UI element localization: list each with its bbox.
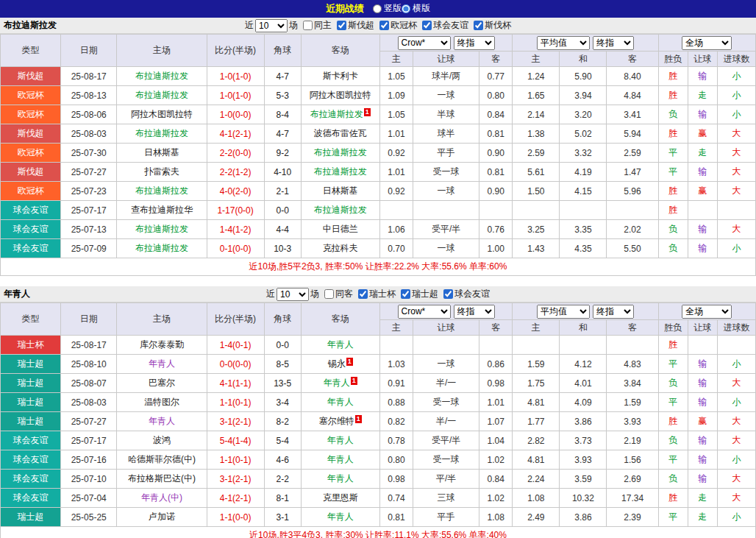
odds-value-5: 1.59 <box>607 393 658 412</box>
corner-score: 2-1 <box>264 182 301 201</box>
asian-odds-mode-select[interactable]: 终指 <box>454 36 495 50</box>
corner-score: 2-2 <box>264 470 301 489</box>
result-outcome: 负 <box>658 105 688 124</box>
filter-checkbox-0[interactable]: 同主 <box>303 19 332 32</box>
red-card-badge: 1 <box>355 415 362 423</box>
odds-value-5: 1.47 <box>607 163 658 182</box>
home-team-cell: 波鸿 <box>117 431 207 450</box>
away-team-name: 布拉迪斯拉发 <box>314 147 367 157</box>
match-row: 球会友谊25-07-04年青人(中)4-1(2-1)8-1克里恩斯0.74三球1… <box>1 489 756 508</box>
asian-odds-mode-select[interactable]: 终指 <box>454 305 495 319</box>
match-row: 球会友谊25-07-17查布拉迪斯拉华1-17(0-0)0-0布拉迪斯拉发胜 <box>1 201 756 220</box>
layout-radio-horizontal[interactable]: 横版 <box>402 2 430 15</box>
scope-select[interactable]: 全场 <box>682 305 732 319</box>
away-team-cell: 布拉迪斯拉发 <box>301 201 379 220</box>
euro-odds-mode-select[interactable]: 终指 <box>593 36 634 50</box>
odds-value-2: 0.84 <box>479 105 513 124</box>
sections-container: 布拉迪斯拉发近10场同主斯伐超欧冠杯球会友谊斯伐杯类型日期主场比分(半场)角球客… <box>0 18 756 538</box>
average-select[interactable]: 平均值 <box>537 36 590 50</box>
odds-value-1: 平手 <box>413 508 479 527</box>
odds-value-5: 8.40 <box>607 67 658 86</box>
filter-checkbox-2[interactable]: 欧冠杯 <box>379 19 417 32</box>
odds-value-5: 4.84 <box>607 86 658 105</box>
result-goals: 大 <box>717 182 755 201</box>
away-team-name: 年青人 <box>327 512 354 522</box>
match-score: 3-1(2-1) <box>207 470 264 489</box>
filter-checkbox-input-3[interactable] <box>422 21 432 30</box>
filter-checkbox-3[interactable]: 球会友谊 <box>443 288 490 300</box>
home-team-name: 布拉迪斯拉发 <box>135 71 188 81</box>
section-header-bar: 年青人近10场同客瑞士杯瑞士超球会友谊 <box>0 286 756 302</box>
result-handicap: 输 <box>688 105 717 124</box>
match-row: 斯伐超25-08-03布拉迪斯拉发4-1(2-1)4-7波德布雷佐瓦1.01球半… <box>1 124 756 144</box>
sub-col-odds1-1: 让球 <box>413 320 479 336</box>
odds-value-1: 一球 <box>413 86 479 105</box>
filter-checkbox-1[interactable]: 瑞士杯 <box>358 288 396 300</box>
match-date: 25-07-17 <box>61 431 117 450</box>
match-row: 瑞士超25-05-25卢加诺1-1(0-0)3-1年青人0.81平手1.082.… <box>1 508 756 527</box>
odds-value-4 <box>560 201 607 220</box>
match-row: 欧冠杯25-07-30日林斯基2-2(0-0)9-2布拉迪斯拉发0.92平手0.… <box>1 144 756 163</box>
odds-value-2: 1.02 <box>479 489 513 508</box>
filter-checkbox-input-1[interactable] <box>358 289 368 299</box>
layout-radio-input[interactable] <box>373 4 382 13</box>
odds-value-1: 半/一 <box>413 374 479 393</box>
filter-checkbox-input-1[interactable] <box>337 21 346 30</box>
match-row: 瑞士超25-08-03温特图尔1-1(0-1)3-4年青人0.88受一球1.01… <box>1 393 756 412</box>
layout-radio-input[interactable] <box>402 4 410 13</box>
away-team-name: 波德布雷佐瓦 <box>314 128 367 138</box>
result-outcome: 平 <box>658 144 688 163</box>
summary-row: 近10场,胜5平2负3, 胜率:50% 让胜率:22.2% 大率:55.6% 单… <box>1 258 756 276</box>
red-card-badge: 1 <box>364 108 371 116</box>
match-count-select[interactable]: 10 <box>255 19 288 32</box>
home-team-name: 查布拉迪斯拉华 <box>131 205 193 215</box>
odds-value-4: 5.90 <box>560 67 607 86</box>
odds-value-0: 1.06 <box>379 220 413 239</box>
result-goals <box>717 336 755 355</box>
odds-value-1: 受平/半 <box>413 220 479 239</box>
odds-value-4: 3.86 <box>560 412 607 431</box>
odds-value-0: 0.88 <box>379 393 413 412</box>
match-count-select[interactable]: 10 <box>277 288 309 301</box>
filter-checkbox-input-2[interactable] <box>379 21 389 30</box>
sub-col-odds1-0: 主 <box>379 320 413 336</box>
home-team-cell: 布拉迪斯拉发 <box>117 220 207 239</box>
bookmaker-select[interactable]: Crow* <box>398 305 451 319</box>
odds-value-1: 球半 <box>413 124 479 144</box>
scope-select[interactable]: 全场 <box>682 36 732 50</box>
filter-checkbox-4[interactable]: 斯伐杯 <box>474 19 511 32</box>
odds-value-2: 0.76 <box>479 220 513 239</box>
filter-checkbox-input-3[interactable] <box>443 289 453 299</box>
odds-value-3: 1.43 <box>513 239 560 258</box>
result-goals: 小 <box>717 450 755 470</box>
filter-checkbox-3[interactable]: 球会友谊 <box>422 19 468 32</box>
filter-checkbox-input-4[interactable] <box>474 21 483 30</box>
result-handicap: 输 <box>688 220 717 239</box>
layout-radio-vertical[interactable]: 竖版 <box>373 2 402 15</box>
filter-checkbox-input-0[interactable] <box>324 289 334 299</box>
section-team-name: 年青人 <box>0 288 30 300</box>
corner-score: 5-4 <box>264 431 301 450</box>
league-cell: 斯伐超 <box>1 163 61 182</box>
filter-checkbox-0[interactable]: 同客 <box>324 288 353 300</box>
euro-odds-mode-select[interactable]: 终指 <box>593 305 634 319</box>
odds-value-2: 0.81 <box>479 124 513 144</box>
col-header-1: 日期 <box>61 303 117 336</box>
filter-checkbox-1[interactable]: 斯伐超 <box>337 19 374 32</box>
odds-value-2: 0.90 <box>479 144 513 163</box>
average-select[interactable]: 平均值 <box>537 305 590 319</box>
filter-checkbox-input-2[interactable] <box>401 289 410 299</box>
recent-matches-table: 类型日期主场比分(半场)角球客场Crow*终指平均值终指全场主让球客主和客胜负让… <box>0 302 756 538</box>
match-date: 25-05-25 <box>61 508 117 527</box>
result-handicap <box>688 336 717 355</box>
home-team-name: 布拉格斯巴达(中) <box>128 473 196 484</box>
odds-value-0: 0.92 <box>379 182 413 201</box>
summary-text: 近10场,胜3平4负3, 胜率:30% 让胜率:11.1% 大率:55.6% 单… <box>1 527 756 538</box>
corner-score: 3-4 <box>264 393 301 412</box>
away-team-name: 年青人 <box>327 454 354 464</box>
filter-checkbox-input-0[interactable] <box>303 21 313 30</box>
bookmaker-select[interactable]: Crow* <box>398 36 451 50</box>
col-header-2: 主场 <box>117 303 207 336</box>
corner-score: 0-0 <box>264 201 301 220</box>
filter-checkbox-2[interactable]: 瑞士超 <box>401 288 438 300</box>
